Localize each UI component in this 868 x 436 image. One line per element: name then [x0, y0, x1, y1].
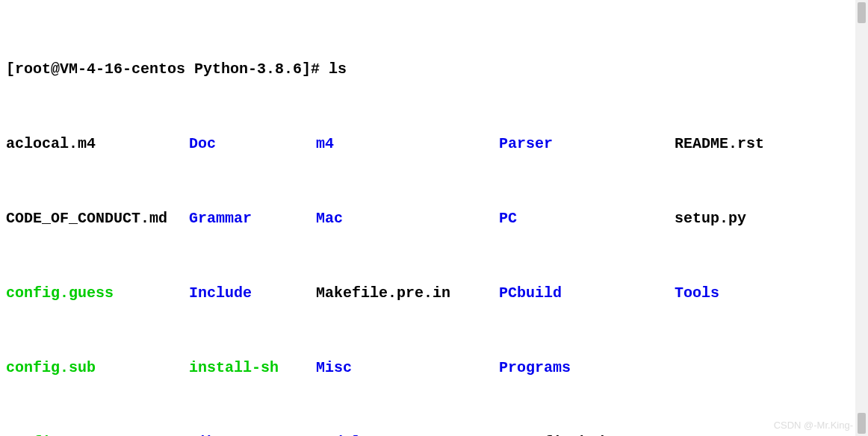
- scrollbar-thumb[interactable]: [858, 413, 866, 434]
- ls-row: aclocal.m4 Doc m4 Parser README.rst: [6, 134, 862, 153]
- ls-item: config.sub: [6, 358, 189, 377]
- vertical-scrollbar[interactable]: [855, 0, 868, 436]
- ls-item: Doc: [189, 134, 316, 153]
- ls-item: Misc: [316, 358, 499, 377]
- ls-item: Grammar: [189, 209, 316, 228]
- ls-item: CODE_OF_CONDUCT.md: [6, 209, 189, 228]
- ls-item: m4: [316, 134, 499, 153]
- ls-item: PC: [499, 209, 675, 228]
- ls-item: Programs: [499, 358, 675, 377]
- command-ls: ls: [329, 60, 347, 78]
- scrollbar-thumb[interactable]: [858, 2, 866, 23]
- ls-item: Makefile.pre.in: [316, 284, 499, 302]
- ls-item: pyconfig.h.in: [499, 433, 675, 436]
- ls-row: config.sub install-sh Misc Programs: [6, 358, 862, 377]
- ls-item: configure: [6, 433, 189, 436]
- ls-row: CODE_OF_CONDUCT.md Grammar Mac PC setup.…: [6, 209, 862, 228]
- ls-item: Lib: [189, 433, 316, 436]
- terminal-output[interactable]: [root@VM-4-16-centos Python-3.8.6]# ls a…: [0, 0, 868, 436]
- ls-row: configure Lib Modules pyconfig.h.in: [6, 433, 862, 436]
- ls-item: install-sh: [189, 358, 316, 377]
- prompt-line-1: [root@VM-4-16-centos Python-3.8.6]# ls: [6, 60, 862, 78]
- ls-item: Parser: [499, 134, 675, 153]
- ls-item: setup.py: [675, 209, 862, 228]
- ls-item: Mac: [316, 209, 499, 228]
- shell-prompt: [root@VM-4-16-centos Python-3.8.6]#: [6, 60, 329, 78]
- ls-item: PCbuild: [499, 284, 675, 302]
- ls-item: Tools: [675, 284, 862, 302]
- watermark-text: CSDN @-Mr.King-: [774, 416, 853, 435]
- ls-item: Modules: [316, 433, 499, 436]
- ls-item: aclocal.m4: [6, 134, 189, 153]
- ls-item: config.guess: [6, 284, 189, 302]
- ls-item: [675, 358, 862, 377]
- ls-item: Include: [189, 284, 316, 302]
- ls-row: config.guess Include Makefile.pre.in PCb…: [6, 284, 862, 302]
- ls-item: README.rst: [675, 134, 862, 153]
